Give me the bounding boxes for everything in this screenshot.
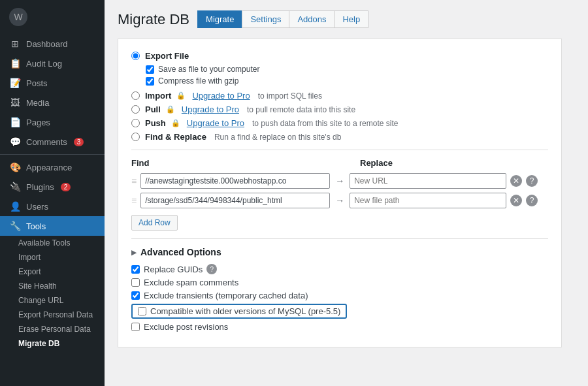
sidebar-sub-export[interactable]: Export [0, 265, 105, 279]
triangle-icon: ▶ [131, 249, 137, 256]
tab-addons[interactable]: Addons [289, 10, 334, 28]
help-row-2-icon[interactable]: ? [526, 195, 538, 206]
compatible-mysql-row: Compatible with older versions of MySQL … [131, 304, 548, 319]
add-row-button[interactable]: Add Row [131, 215, 178, 231]
export-file-label: Export File [145, 51, 189, 61]
pull-option: Pull 🔒 Upgrade to Pro to pull remote dat… [131, 105, 548, 114]
sidebar-sub-site-health[interactable]: Site Health [0, 279, 105, 293]
import-option: Import 🔒 Upgrade to Pro to import SQL fi… [131, 91, 548, 101]
sidebar-item-tools[interactable]: 🔧 Tools [0, 216, 105, 236]
plugins-badge: 2 [61, 183, 71, 191]
sidebar-item-plugins[interactable]: 🔌 Plugins 2 [0, 177, 105, 197]
audit-log-icon: 📋 [9, 58, 21, 69]
save-to-computer-checkbox[interactable] [146, 65, 154, 74]
advanced-options-title: Advanced Options [140, 247, 221, 257]
wp-logo-area: W [0, 0, 105, 34]
sidebar-item-appearance[interactable]: 🎨 Appearance [0, 157, 105, 177]
compress-gzip-row: Compress file with gzip [146, 76, 548, 86]
exclude-revisions-checkbox[interactable] [131, 323, 140, 331]
comments-icon: 💬 [9, 137, 21, 147]
drag-handle-2[interactable]: ≡ [131, 195, 137, 206]
arrow-icon-2: → [335, 195, 344, 206]
comments-badge: 3 [74, 138, 84, 146]
find-replace-suffix: Run a find & replace on this site's db [214, 133, 341, 142]
compatible-mysql-highlight: Compatible with older versions of MySQL … [131, 304, 347, 319]
advanced-options-toggle[interactable]: ▶ Advanced Options [131, 247, 548, 257]
tab-settings[interactable]: Settings [242, 10, 289, 28]
sidebar-divider-1 [0, 154, 105, 155]
push-label: Push [145, 118, 166, 128]
plugins-icon: 🔌 [9, 182, 21, 192]
drag-handle-1[interactable]: ≡ [131, 176, 137, 186]
sidebar-item-label: Media [26, 98, 49, 108]
replace-guids-label: Replace GUIDs [144, 265, 203, 274]
sidebar-item-comments[interactable]: 💬 Comments 3 [0, 132, 105, 152]
compatible-mysql-checkbox[interactable] [138, 307, 146, 315]
find-replace-row-2: ≡ → ✕ ? [131, 193, 548, 208]
sidebar-sub-erase-personal[interactable]: Erase Personal Data [0, 322, 105, 336]
push-lock-icon: 🔒 [171, 119, 180, 127]
push-option: Push 🔒 Upgrade to Pro to push data from … [131, 118, 548, 128]
export-file-option: Export File [131, 51, 548, 61]
sidebar: W ⊞ Dashboard 📋 Audit Log 📝 Posts 🖼 Medi… [0, 0, 105, 386]
remove-row-1-icon[interactable]: ✕ [510, 175, 522, 187]
help-row-1-icon[interactable]: ? [526, 175, 538, 187]
sidebar-item-users[interactable]: 👤 Users [0, 197, 105, 216]
pull-radio[interactable] [131, 105, 140, 114]
sidebar-sub-import[interactable]: Import [0, 250, 105, 265]
import-radio[interactable] [131, 91, 140, 100]
replace-input-2[interactable] [350, 193, 506, 208]
sidebar-sub-available-tools[interactable]: Available Tools [0, 236, 105, 250]
sidebar-item-audit-log[interactable]: 📋 Audit Log [0, 54, 105, 73]
posts-icon: 📝 [9, 78, 21, 88]
sidebar-item-dashboard[interactable]: ⊞ Dashboard [0, 34, 105, 54]
sidebar-sub-migrate-db[interactable]: Migrate DB [0, 336, 105, 351]
sidebar-item-pages[interactable]: 📄 Pages [0, 112, 105, 132]
section-divider [131, 150, 548, 150]
appearance-icon: 🎨 [9, 162, 21, 172]
sidebar-item-label: Plugins [26, 182, 54, 192]
push-upgrade-link[interactable]: Upgrade to Pro [187, 118, 244, 128]
remove-row-2-icon[interactable]: ✕ [510, 195, 522, 206]
sidebar-item-label: Audit Log [26, 59, 62, 69]
pull-suffix: to pull remote data into this site [247, 105, 355, 114]
find-replace-row-1: ≡ → ✕ ? [131, 173, 548, 189]
import-upgrade-link[interactable]: Upgrade to Pro [192, 91, 250, 101]
page-title: Migrate DB [118, 11, 189, 28]
push-radio[interactable] [131, 119, 140, 127]
sidebar-sub-export-personal[interactable]: Export Personal Data [0, 308, 105, 322]
replace-guids-checkbox[interactable] [131, 265, 140, 274]
page-header: Migrate DB Migrate Settings Addons Help [118, 10, 562, 28]
compress-gzip-checkbox[interactable] [146, 77, 154, 86]
save-to-computer-row: Save as file to your computer [146, 65, 548, 74]
main-box: Export File Save as file to your compute… [118, 39, 562, 347]
tools-icon: 🔧 [9, 221, 21, 231]
tab-migrate[interactable]: Migrate [197, 10, 242, 28]
sidebar-item-media[interactable]: 🖼 Media [0, 93, 105, 112]
exclude-revisions-row: Exclude post revisions [131, 322, 548, 332]
find-input-1[interactable] [140, 173, 330, 189]
exclude-spam-checkbox[interactable] [131, 278, 140, 287]
replace-input-1[interactable] [350, 173, 506, 189]
sidebar-sub-change-url[interactable]: Change URL [0, 293, 105, 308]
pull-label: Pull [145, 105, 161, 114]
arrow-icon-1: → [335, 176, 344, 186]
exclude-transients-checkbox[interactable] [131, 291, 140, 300]
compatible-mysql-label: Compatible with older versions of MySQL … [150, 306, 340, 316]
media-icon: 🖼 [9, 97, 21, 108]
find-replace-option: Find & Replace Run a find & replace on t… [131, 132, 548, 142]
find-replace-radio[interactable] [131, 133, 140, 141]
find-input-2[interactable] [140, 193, 330, 208]
import-lock-icon: 🔒 [176, 91, 186, 100]
find-replace-header: Find Replace [131, 158, 548, 168]
export-file-radio[interactable] [131, 52, 140, 60]
tab-help[interactable]: Help [334, 10, 368, 28]
pull-upgrade-link[interactable]: Upgrade to Pro [182, 105, 239, 114]
sidebar-item-label: Tools [26, 221, 46, 231]
sidebar-item-posts[interactable]: 📝 Posts [0, 73, 105, 93]
pull-lock-icon: 🔒 [166, 105, 175, 114]
sidebar-item-label: Posts [26, 78, 48, 88]
users-icon: 👤 [9, 201, 21, 212]
sidebar-item-label: Users [26, 202, 48, 212]
replace-guids-info-icon[interactable]: ? [206, 264, 217, 274]
